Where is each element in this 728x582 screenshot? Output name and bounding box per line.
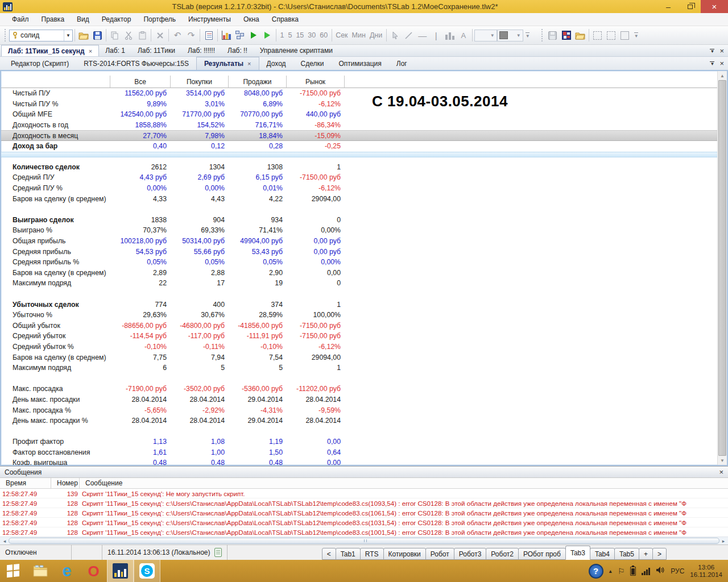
results-row[interactable]: Средний убыток %-0,10%-0,11%-0,10%-6,12% bbox=[1, 342, 727, 352]
timeframe-button[interactable]: 5 bbox=[286, 31, 294, 39]
results-row[interactable]: Средний П/У4,43 руб2,69 руб6,15 руб-7150… bbox=[1, 172, 727, 183]
delete-button[interactable] bbox=[153, 28, 167, 42]
tab-list-dropdown-icon[interactable]: ▼ bbox=[710, 61, 714, 65]
skype-taskbar-button[interactable]: S bbox=[134, 560, 160, 582]
workspace-tab[interactable]: RTS bbox=[360, 548, 384, 560]
battery-icon[interactable] bbox=[630, 567, 636, 576]
account-combo[interactable]: солид ▼ bbox=[9, 30, 73, 41]
results-row[interactable]: Доходность в месяц27,70%7,98%18,84%-15,0… bbox=[1, 130, 727, 141]
message-row[interactable]: 12:58:27.49128Скрипт '11Тики_15 секунд':… bbox=[0, 518, 728, 527]
timeframe-unit-button[interactable]: Мин bbox=[350, 31, 367, 39]
results-row[interactable]: Максимум подряд2217190 bbox=[1, 278, 727, 289]
toolbar-grip[interactable] bbox=[541, 29, 544, 41]
close-button[interactable]: × bbox=[701, 0, 728, 13]
results-row[interactable]: Средний П/У %0,00%0,00%0,01%-6,12% bbox=[1, 183, 727, 194]
workspace-tab[interactable]: Tab3 bbox=[565, 546, 590, 560]
cut-button[interactable] bbox=[122, 28, 135, 42]
agents-button[interactable] bbox=[233, 28, 247, 42]
results-row[interactable]: Фактор восстановления1,611,001,500,64 bbox=[1, 447, 727, 458]
workspace-tab[interactable]: Робот2 bbox=[486, 548, 519, 560]
tray-clock[interactable]: 13:06 16.11.2014 bbox=[690, 564, 722, 579]
workspace-tab[interactable]: РОбот проб bbox=[518, 548, 566, 560]
tslab-taskbar-button[interactable] bbox=[107, 560, 134, 582]
vline-tool-button[interactable]: | bbox=[429, 28, 443, 42]
results-row[interactable]: Баров на сделку (в среднем)2,892,882,900… bbox=[1, 268, 727, 278]
column-header[interactable]: Рынок bbox=[287, 76, 345, 88]
results-row[interactable]: Убыточных сделок7744003741 bbox=[1, 299, 727, 310]
scroll-right-icon[interactable]: ▸ bbox=[719, 538, 727, 544]
lab-tab[interactable]: Лаб: 1 bbox=[99, 45, 131, 56]
results-row[interactable]: Общий убыток-88656,00 руб-46800,00 руб-4… bbox=[1, 320, 727, 331]
doc-tab[interactable]: Лог bbox=[389, 57, 415, 70]
menu-item[interactable]: Окна bbox=[237, 15, 266, 23]
notes-icon[interactable] bbox=[214, 548, 222, 557]
menu-item[interactable]: Портфель bbox=[137, 15, 182, 23]
language-indicator[interactable]: РУС bbox=[671, 567, 684, 575]
results-row[interactable]: Средний убыток-114,54 руб-117,00 руб-111… bbox=[1, 331, 727, 342]
style-combo[interactable]: ▼ bbox=[474, 30, 497, 41]
results-row[interactable]: Чистый П/У11562,00 руб3514,00 руб8048,00… bbox=[1, 88, 727, 99]
results-row[interactable]: Выиграно %70,37%69,33%71,41%0,00% bbox=[1, 225, 727, 236]
results-row[interactable]: Баров на сделку (в среднем)4,334,434,222… bbox=[1, 193, 727, 204]
open-button[interactable] bbox=[77, 28, 90, 42]
restore-button[interactable] bbox=[679, 0, 701, 13]
tab-close-icon[interactable]: × bbox=[89, 48, 92, 55]
workspace-tab[interactable]: Tab5 bbox=[614, 548, 639, 560]
timeframe-button[interactable]: 1 bbox=[278, 31, 286, 39]
horizontal-scrollbar[interactable]: ◂ ▸ bbox=[0, 537, 728, 544]
results-row[interactable]: Максимум подряд6551 bbox=[1, 363, 727, 373]
file-explorer-button[interactable] bbox=[27, 560, 53, 582]
open-workspace-button[interactable] bbox=[573, 28, 587, 42]
menu-item[interactable]: Редактор bbox=[96, 15, 138, 23]
close-messages-icon[interactable]: × bbox=[719, 468, 723, 476]
results-row[interactable]: Убыточно %29,63%30,67%28,59%100,00% bbox=[1, 310, 727, 321]
menu-item[interactable]: Правка bbox=[35, 15, 71, 23]
close-strip-icon[interactable]: × bbox=[719, 59, 724, 68]
message-column-header[interactable]: Номер bbox=[51, 478, 80, 488]
chevron-down-icon[interactable]: ▼ bbox=[64, 30, 72, 41]
close-strip-icon[interactable]: × bbox=[719, 47, 724, 55]
tab-close-icon[interactable]: × bbox=[247, 60, 251, 67]
doc-tab[interactable]: Сделки bbox=[293, 57, 332, 70]
results-row[interactable]: Средняя прибыль %0,05%0,05%0,05%0,00% bbox=[1, 257, 727, 268]
results-row[interactable]: Доходность в год1858,88%154,52%716,71%-8… bbox=[1, 120, 727, 131]
start-button[interactable] bbox=[0, 560, 27, 582]
help-icon[interactable]: ? bbox=[589, 564, 603, 579]
network-signal-icon[interactable] bbox=[642, 567, 650, 575]
message-row[interactable]: 12:58:27.49139Скрипт '11Тики_15 секунд':… bbox=[0, 489, 728, 498]
timeframe-button[interactable]: 30 bbox=[306, 31, 318, 39]
pointer-tool-button[interactable] bbox=[388, 28, 402, 42]
scroll-left-icon[interactable]: ◂ bbox=[1, 538, 9, 544]
doc-tab[interactable]: RTS-2014:FORTS Фьючерсы:15S bbox=[76, 57, 196, 70]
copy-button[interactable] bbox=[108, 28, 122, 42]
text-tool-button[interactable]: A bbox=[457, 28, 470, 42]
run-all-button[interactable] bbox=[260, 28, 274, 42]
doc-tab[interactable]: Доход bbox=[259, 57, 293, 70]
results-row[interactable]: Количество сделок2612130413081 bbox=[1, 162, 727, 173]
internet-explorer-button[interactable]: e bbox=[53, 560, 80, 582]
script-manager-button[interactable] bbox=[560, 28, 573, 42]
message-column-header[interactable]: Сообщение bbox=[80, 478, 728, 488]
lab-tab[interactable]: Управление скриптами bbox=[254, 45, 339, 56]
results-row[interactable]: Чистый П/У %9,89%3,01%6,89%-6,12% bbox=[1, 99, 727, 110]
group-button[interactable] bbox=[591, 28, 605, 42]
toolbar-overflow-button[interactable]: ▼ bbox=[633, 32, 640, 39]
toolbar-grip[interactable] bbox=[5, 29, 7, 41]
results-row[interactable]: Профит фактор1,131,081,190,00 bbox=[1, 436, 727, 447]
results-row[interactable]: Макс. просадка-7190,00 руб-3502,00 руб-5… bbox=[1, 384, 727, 394]
message-row[interactable]: 12:58:27.49128Скрипт '11Тики_15 секунд':… bbox=[0, 498, 728, 508]
hline-tool-button[interactable]: — bbox=[416, 28, 429, 42]
results-row[interactable]: Макс. просадка %-5,65%-2,92%-4,31%-9,59% bbox=[1, 405, 727, 415]
menu-item[interactable]: Файл bbox=[6, 15, 35, 23]
scroll-down-icon[interactable]: ▼ bbox=[718, 456, 727, 465]
results-row[interactable]: Выиграно сделок18389049340 bbox=[1, 215, 727, 226]
results-row[interactable]: Доход за бар0,400,120,28-0,25 bbox=[1, 141, 727, 152]
menu-item[interactable]: Справка bbox=[266, 15, 305, 23]
workspace-tab[interactable]: Котировки bbox=[383, 548, 426, 560]
results-row[interactable]: День макс. просадки28.04.201428.04.20142… bbox=[1, 394, 727, 405]
trendline-tool-button[interactable] bbox=[402, 28, 416, 42]
workspace-tab[interactable]: Робот3 bbox=[454, 548, 487, 560]
workspace-tab[interactable]: Робот bbox=[425, 548, 454, 560]
lab-tab[interactable]: Лаб: 11Тики_15 секунд× bbox=[1, 45, 99, 56]
results-row[interactable]: Коэф. выигрыша0,480,480,480,00 bbox=[1, 458, 727, 466]
